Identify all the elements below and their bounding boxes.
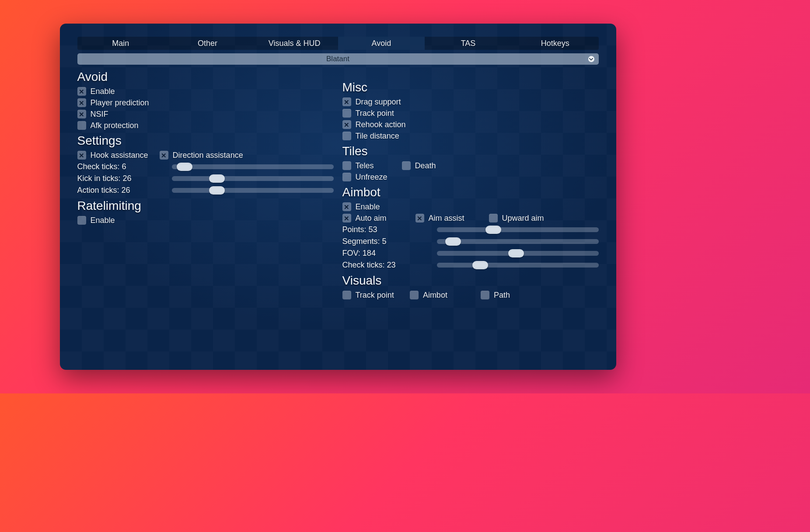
label-afk-protection: Afk protection xyxy=(91,121,139,130)
label-teles: Teles xyxy=(356,161,374,170)
checkbox-visual-aimbot[interactable] xyxy=(410,291,419,299)
section-title-ratelimiting: Ratelimiting xyxy=(77,199,334,213)
content: Avoid Enable Player prediction NSIF Afk … xyxy=(77,67,599,301)
checkbox-tile-distance[interactable] xyxy=(342,132,351,140)
slider-action-ticks[interactable] xyxy=(172,188,334,193)
label-segments: Segments: 5 xyxy=(342,237,430,246)
label-visual-track-point: Track point xyxy=(356,291,394,300)
label-auto-aim: Auto aim xyxy=(356,214,387,223)
label-action-ticks: Action ticks: 26 xyxy=(77,186,165,195)
label-upward-aim: Upward aim xyxy=(502,214,544,223)
tab-other[interactable]: Other xyxy=(164,37,251,50)
checkbox-rehook-action[interactable] xyxy=(342,120,351,129)
section-title-avoid: Avoid xyxy=(77,70,334,84)
slider-thumb[interactable] xyxy=(485,226,501,234)
tab-bar: Main Other Visuals & HUD Avoid TAS Hotke… xyxy=(77,37,599,50)
checkbox-nsif[interactable] xyxy=(77,110,86,118)
section-title-misc: Misc xyxy=(342,80,599,94)
label-unfreeze: Unfreeze xyxy=(356,173,388,182)
checkbox-visual-path[interactable] xyxy=(481,291,489,299)
label-points: Points: 53 xyxy=(342,225,430,234)
slider-thumb[interactable] xyxy=(177,163,192,171)
slider-thumb[interactable] xyxy=(472,261,488,269)
checkbox-enable-ratelimiting[interactable] xyxy=(77,216,86,225)
tab-main[interactable]: Main xyxy=(77,37,164,50)
label-aim-assist: Aim assist xyxy=(429,214,464,223)
label-track-point: Track point xyxy=(356,109,394,118)
checkbox-teles[interactable] xyxy=(342,161,351,170)
label-hook-assistance: Hook assistance xyxy=(91,151,148,160)
right-column: Misc Drag support Track point Rehook act… xyxy=(342,67,599,301)
label-visual-path: Path xyxy=(494,291,510,300)
label-enable-avoid: Enable xyxy=(91,87,115,96)
slider-check-ticks-aimbot[interactable] xyxy=(437,263,599,268)
tab-hotkeys[interactable]: Hotkeys xyxy=(512,37,599,50)
checkbox-afk-protection[interactable] xyxy=(77,121,86,130)
tab-visuals-hud[interactable]: Visuals & HUD xyxy=(251,37,338,50)
checkbox-hook-assistance[interactable] xyxy=(77,151,86,160)
profile-dropdown[interactable]: Blatant xyxy=(77,53,599,65)
slider-thumb[interactable] xyxy=(445,237,461,246)
section-title-aimbot: Aimbot xyxy=(342,185,599,199)
left-column: Avoid Enable Player prediction NSIF Afk … xyxy=(77,67,334,301)
label-kick-in-ticks: Kick in ticks: 26 xyxy=(77,174,165,183)
section-title-visuals: Visuals xyxy=(342,274,599,288)
section-title-tiles: Tiles xyxy=(342,144,599,158)
label-drag-support: Drag support xyxy=(356,97,401,107)
slider-points[interactable] xyxy=(437,227,599,232)
slider-fov[interactable] xyxy=(437,251,599,256)
label-tile-distance: Tile distance xyxy=(356,132,399,141)
label-visual-aimbot: Aimbot xyxy=(423,291,447,300)
checkbox-aim-assist[interactable] xyxy=(415,214,424,223)
checkbox-upward-aim[interactable] xyxy=(489,214,498,223)
tab-avoid[interactable]: Avoid xyxy=(338,37,425,50)
settings-window: Main Other Visuals & HUD Avoid TAS Hotke… xyxy=(60,24,616,370)
label-direction-assistance: Direction assistance xyxy=(173,151,243,160)
label-enable-aimbot: Enable xyxy=(356,202,380,212)
checkbox-enable-avoid[interactable] xyxy=(77,87,86,96)
checkbox-direction-assistance[interactable] xyxy=(160,151,168,160)
label-player-prediction: Player prediction xyxy=(91,98,149,108)
label-death: Death xyxy=(415,161,436,170)
slider-segments[interactable] xyxy=(437,239,599,244)
checkbox-enable-aimbot[interactable] xyxy=(342,202,351,211)
label-fov: FOV: 184 xyxy=(342,249,430,258)
slider-thumb[interactable] xyxy=(209,186,225,195)
slider-check-ticks[interactable] xyxy=(172,164,334,169)
checkbox-death[interactable] xyxy=(402,161,411,170)
chevron-down-icon xyxy=(588,56,594,62)
section-title-settings: Settings xyxy=(77,134,334,148)
checkbox-visual-track-point[interactable] xyxy=(342,291,351,299)
checkbox-player-prediction[interactable] xyxy=(77,98,86,107)
label-check-ticks-aimbot: Check ticks: 23 xyxy=(342,261,430,270)
checkbox-unfreeze[interactable] xyxy=(342,173,351,181)
checkbox-auto-aim[interactable] xyxy=(342,214,351,223)
checkbox-track-point[interactable] xyxy=(342,109,351,118)
slider-thumb[interactable] xyxy=(209,174,225,183)
label-enable-ratelimiting: Enable xyxy=(91,216,115,225)
checkbox-drag-support[interactable] xyxy=(342,97,351,106)
label-check-ticks: Check ticks: 6 xyxy=(77,162,165,171)
tab-tas[interactable]: TAS xyxy=(425,37,512,50)
label-rehook-action: Rehook action xyxy=(356,120,406,129)
slider-thumb[interactable] xyxy=(508,249,524,257)
slider-kick-in-ticks[interactable] xyxy=(172,176,334,181)
label-nsif: NSIF xyxy=(91,110,108,119)
profile-dropdown-label: Blatant xyxy=(326,55,349,63)
